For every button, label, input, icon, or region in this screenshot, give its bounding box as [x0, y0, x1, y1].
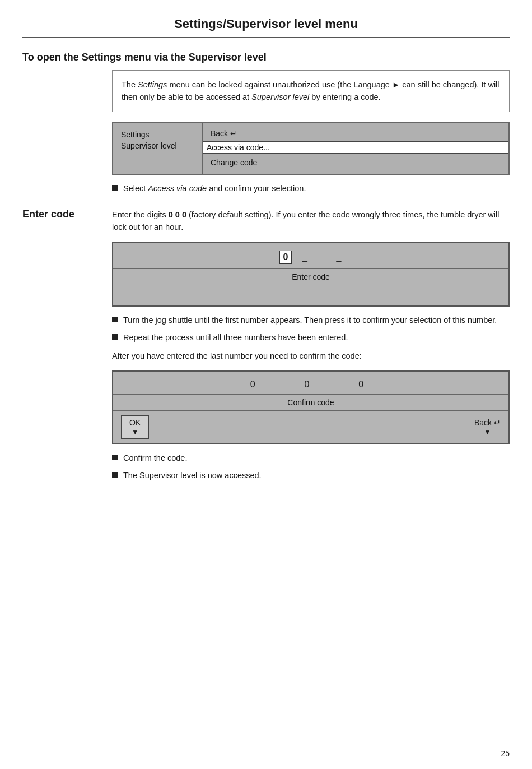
back-arrow-down: ▼: [484, 428, 491, 436]
dash-1: _: [302, 252, 309, 262]
ui-back-button: Back ↵: [211, 129, 501, 138]
bullet-repeat-text: Repeat the process until all three numbe…: [123, 332, 348, 344]
ui-change-code: Change code: [211, 157, 501, 168]
enter-code-screen: 0 _ _ Enter code: [112, 242, 510, 307]
bullet-text: Select Access via code and confirm your …: [123, 183, 306, 195]
info-italic1: Settings: [138, 80, 167, 89]
after-text: After you have entered the last number y…: [112, 350, 510, 362]
ui-left-panel: Settings Supervisor level: [113, 123, 203, 174]
settings-ui-screen: Settings Supervisor level Back ↵ Access …: [112, 122, 510, 175]
confirm-digit-3: 0: [358, 379, 371, 389]
info-text-part1: The: [122, 80, 138, 89]
bullet-icon-4: [112, 455, 118, 460]
ok-arrow-down: ▼: [132, 428, 138, 436]
dash-2: _: [337, 252, 343, 262]
bullet-confirm-code: Confirm the code.: [112, 452, 510, 465]
digit-1: 0: [279, 251, 292, 264]
bullet-jog-shuttle: Turn the jog shuttle until the first num…: [112, 314, 510, 327]
back-button[interactable]: Back ↵ ▼: [474, 418, 501, 436]
enter-code-display: 0 _ _: [113, 243, 508, 269]
bullet-confirm-text: Confirm the code.: [123, 452, 187, 465]
enter-code-heading: Enter code: [22, 209, 112, 220]
confirm-digit-1: 0: [250, 379, 263, 389]
bullet-icon: [112, 185, 118, 191]
info-italic2: Supervisor level: [251, 92, 309, 101]
confirm-code-buttons: OK ▼ Back ↵ ▼: [113, 411, 508, 443]
ui-menu-settings: Settings: [121, 129, 194, 140]
info-box: The Settings menu can be locked against …: [112, 70, 510, 112]
enter-code-label: Enter code: [113, 269, 508, 285]
section1-heading: To open the Settings menu via the Superv…: [22, 52, 510, 63]
info-text-part4: by entering a code.: [309, 92, 380, 101]
confirm-code-screen: 0 0 0 Confirm code OK ▼ Back: [112, 370, 510, 444]
confirm-code-display: 0 0 0: [113, 372, 508, 395]
back-label: Back ↵: [474, 418, 501, 427]
confirm-digit-2: 0: [305, 379, 318, 389]
info-text-part2: menu can be locked against unauthorized …: [167, 80, 391, 89]
enter-code-empty-row: [113, 285, 508, 305]
enter-code-body: Enter the digits 0 0 0 (factory default …: [112, 209, 510, 234]
bullet-jog-text: Turn the jog shuttle until the first num…: [123, 314, 497, 327]
ui-access-via-code: Access via code...: [203, 141, 508, 154]
default-digits: 0 0 0: [169, 210, 186, 219]
ok-button[interactable]: OK ▼: [121, 415, 149, 439]
bullet-icon-5: [112, 472, 118, 478]
page-title: Settings/Supervisor level menu: [22, 17, 510, 38]
ui-right-panel: Back ↵ Access via code... Change code: [203, 123, 508, 174]
bullet-icon-3: [112, 334, 118, 340]
bullet-supervisor-accessed: The Supervisor level is now accessed.: [112, 470, 510, 482]
bullet-icon-2: [112, 317, 118, 322]
confirm-code-label: Confirm code: [113, 395, 508, 411]
bullet-access-via-code: Select Access via code and confirm your …: [112, 183, 510, 195]
ui-menu-supervisor: Supervisor level: [121, 140, 194, 151]
ok-label: OK: [129, 418, 141, 427]
bullet-supervisor-text: The Supervisor level is now accessed.: [123, 470, 262, 482]
page-number: 25: [501, 749, 510, 758]
bullet-repeat: Repeat the process until all three numbe…: [112, 332, 510, 344]
